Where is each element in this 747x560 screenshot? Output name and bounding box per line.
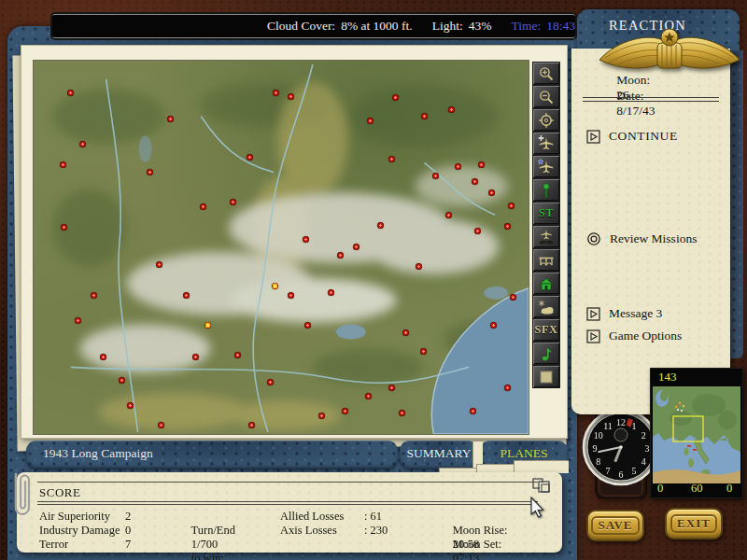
target-marker[interactable] xyxy=(100,354,106,360)
target-marker[interactable] xyxy=(420,348,427,355)
zoom-out-button[interactable] xyxy=(532,85,560,108)
target-marker[interactable] xyxy=(60,161,66,168)
target-marker[interactable] xyxy=(470,408,476,414)
target-marker[interactable] xyxy=(490,322,497,329)
mouse-cursor xyxy=(530,497,545,519)
target-marker[interactable] xyxy=(318,413,325,419)
bridges-button[interactable] xyxy=(532,248,560,272)
target-marker[interactable] xyxy=(367,118,374,124)
center-view-button[interactable] xyxy=(532,108,560,132)
axis-planes-button[interactable] xyxy=(532,132,560,155)
allied-planes-button[interactable] xyxy=(532,155,560,178)
target-marker[interactable] xyxy=(388,156,395,162)
target-marker[interactable] xyxy=(127,402,134,409)
target-marker[interactable] xyxy=(273,90,279,96)
tab-summary[interactable]: SUMMARY xyxy=(400,441,478,469)
strike-targets-button[interactable]: ST xyxy=(532,202,560,225)
target-marker[interactable] xyxy=(504,223,511,230)
divider xyxy=(37,501,538,502)
target-marker[interactable] xyxy=(402,329,409,336)
target-marker[interactable] xyxy=(342,408,348,414)
losses-value: : 230 xyxy=(364,524,388,538)
zoom-out-icon xyxy=(537,89,556,105)
target-marker[interactable] xyxy=(234,352,241,358)
target-marker[interactable] xyxy=(167,116,174,122)
target-marker[interactable] xyxy=(445,212,452,218)
squadrons-button[interactable] xyxy=(532,225,560,248)
zoom-in-button[interactable] xyxy=(532,62,560,85)
target-marker[interactable] xyxy=(448,106,455,113)
pilot-wings-emblem xyxy=(596,24,743,82)
target-marker[interactable] xyxy=(183,292,190,299)
target-marker[interactable] xyxy=(478,161,485,168)
continue-button[interactable]: CONTINUE xyxy=(586,129,678,144)
target-marker[interactable] xyxy=(416,263,422,270)
target-marker[interactable] xyxy=(337,252,344,259)
target-marker[interactable] xyxy=(158,422,164,428)
sfx-button[interactable]: SFX xyxy=(532,318,560,342)
panel-edge xyxy=(730,50,743,358)
campaign-map[interactable] xyxy=(33,60,529,435)
weather-icon xyxy=(537,299,556,315)
minimap-label: 143 xyxy=(658,370,677,385)
target-marker[interactable] xyxy=(388,385,395,391)
target-marker[interactable] xyxy=(288,93,294,100)
svg-text:5: 5 xyxy=(632,466,637,476)
axis-plane-icon xyxy=(537,135,556,152)
target-marker[interactable] xyxy=(377,222,384,229)
target-marker[interactable] xyxy=(75,317,81,324)
target-marker[interactable] xyxy=(304,322,311,329)
target-marker[interactable] xyxy=(119,377,125,384)
target-marker[interactable] xyxy=(200,203,206,210)
paperclip xyxy=(7,467,34,526)
info-panel: Moon: 26 Date: 8/17/43 CONTINUE Review M… xyxy=(571,49,730,414)
target-marker[interactable] xyxy=(192,354,199,360)
target-marker[interactable] xyxy=(392,94,399,101)
tab-campaign[interactable]: 1943 Long Campaign xyxy=(26,441,398,469)
target-marker[interactable] xyxy=(508,203,514,209)
target-marker[interactable] xyxy=(472,178,478,185)
target-marker[interactable] xyxy=(504,385,511,391)
target-marker[interactable] xyxy=(79,141,86,147)
target-marker[interactable] xyxy=(248,422,255,428)
turn-label: Turn/End xyxy=(191,524,235,537)
target-marker[interactable] xyxy=(204,322,211,329)
review-missions-button[interactable]: Review Missions xyxy=(586,231,697,246)
target-marker[interactable] xyxy=(328,289,334,296)
cities-button[interactable] xyxy=(532,272,560,295)
exit-button[interactable]: EXIT xyxy=(665,508,723,539)
target-marker[interactable] xyxy=(432,173,439,179)
target-marker[interactable] xyxy=(421,113,428,119)
scale-mid: 60 xyxy=(691,482,703,496)
target-marker[interactable] xyxy=(353,244,359,250)
target-marker[interactable] xyxy=(67,90,74,96)
map-pin-button[interactable] xyxy=(532,178,560,202)
svg-text:6: 6 xyxy=(619,469,624,480)
score-panel: SCORE Air Superiority 2 Industry Damage … xyxy=(17,472,562,553)
music-button[interactable] xyxy=(532,342,560,365)
message-button[interactable]: Message 3 xyxy=(586,306,662,321)
target-marker[interactable] xyxy=(455,163,461,170)
target-marker[interactable] xyxy=(247,154,253,161)
weather-button[interactable] xyxy=(532,295,560,318)
blank-button[interactable] xyxy=(532,365,560,388)
target-marker[interactable] xyxy=(399,410,405,416)
save-button[interactable]: SAVE xyxy=(586,510,644,541)
target-marker[interactable] xyxy=(303,236,309,243)
target-marker[interactable] xyxy=(288,292,294,299)
target-marker[interactable] xyxy=(365,393,372,399)
game-options-button[interactable]: Game Options xyxy=(586,329,682,343)
target-marker[interactable] xyxy=(230,199,236,205)
target-marker[interactable] xyxy=(61,224,67,231)
divider xyxy=(37,482,538,483)
target-marker[interactable] xyxy=(510,294,516,301)
target-marker[interactable] xyxy=(474,228,481,234)
target-marker[interactable] xyxy=(147,169,153,175)
target-marker[interactable] xyxy=(488,189,495,196)
minimap[interactable]: 143 0 60 0 xyxy=(650,368,743,498)
target-marker[interactable] xyxy=(267,379,274,385)
target-marker[interactable] xyxy=(272,283,278,289)
window-corner-icon[interactable] xyxy=(532,478,555,495)
target-marker[interactable] xyxy=(91,292,97,299)
target-marker[interactable] xyxy=(156,261,162,268)
